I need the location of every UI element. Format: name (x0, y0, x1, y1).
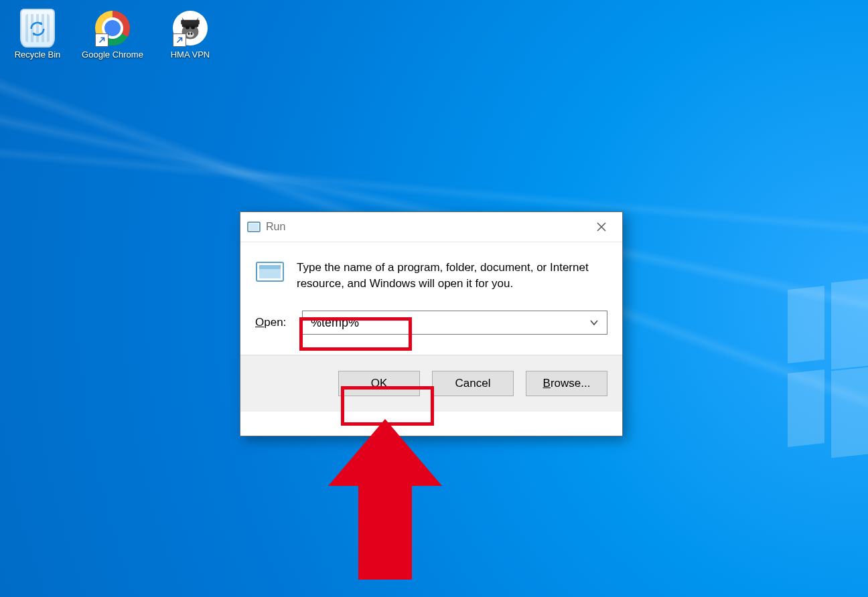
svg-point-7 (191, 32, 193, 35)
close-icon (597, 222, 606, 232)
cancel-button-label: Cancel (455, 377, 491, 390)
open-combobox[interactable] (302, 311, 607, 335)
recycle-bin-icon (19, 9, 56, 47)
svg-rect-12 (259, 265, 281, 269)
desktop-icon-chrome[interactable]: Google Chrome (80, 9, 145, 60)
svg-rect-2 (181, 20, 200, 25)
hma-icon (171, 9, 209, 47)
open-input[interactable] (309, 315, 600, 331)
ok-button-label: OK (371, 377, 388, 390)
run-titlebar[interactable]: Run (240, 212, 622, 242)
close-button[interactable] (586, 216, 617, 238)
open-label: Open: (255, 316, 290, 329)
desktop-background: Recycle Bin Google Chrome (0, 0, 868, 597)
desktop-icon-label: Recycle Bin (5, 50, 70, 60)
browse-button-label: Browse... (543, 377, 591, 390)
run-titlebar-icon (247, 222, 261, 232)
annotation-arrow-icon (328, 419, 442, 580)
run-description: Type the name of a program, folder, docu… (297, 260, 607, 292)
cancel-button[interactable]: Cancel (432, 371, 514, 396)
windows-logo-art (788, 288, 868, 462)
desktop-icon-recycle-bin[interactable]: Recycle Bin (5, 9, 70, 60)
browse-button[interactable]: Browse... (526, 371, 607, 396)
svg-rect-4 (191, 26, 195, 29)
chrome-icon (94, 9, 131, 47)
svg-rect-3 (186, 26, 190, 29)
desktop-icon-label: HMA VPN (158, 50, 222, 60)
svg-rect-9 (249, 224, 259, 230)
ok-button[interactable]: OK (338, 371, 420, 396)
run-dialog: Run Type the name of a program, folder, … (240, 211, 623, 436)
shortcut-arrow-icon (95, 33, 108, 47)
desktop-icon-hma[interactable]: HMA VPN (158, 9, 222, 60)
run-title: Run (266, 221, 586, 233)
svg-point-5 (187, 32, 194, 37)
chevron-down-icon[interactable] (589, 318, 599, 329)
run-button-row: OK Cancel Browse... (240, 355, 622, 412)
desktop-icon-label: Google Chrome (80, 50, 145, 60)
shortcut-arrow-icon (173, 33, 186, 47)
run-large-icon (255, 260, 285, 284)
svg-point-6 (188, 32, 190, 35)
